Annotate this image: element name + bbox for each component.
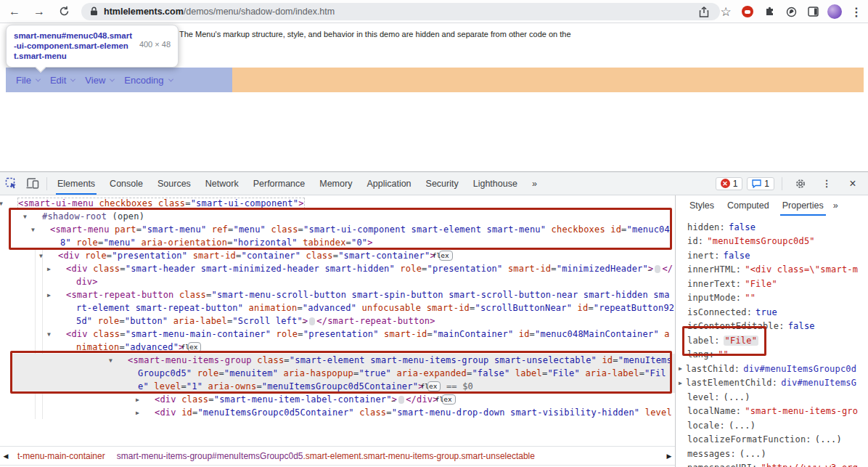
code-token: animation	[243, 303, 297, 313]
property-row[interactable]: isConnected:true	[676, 305, 868, 320]
devtools-tabbar: ElementsConsoleSourcesNetworkPerformance…	[0, 172, 868, 195]
flex-badge[interactable]: flex	[188, 342, 202, 352]
settings-gear-icon[interactable]	[790, 174, 811, 193]
property-row[interactable]: ▶lastElementChild:div#menuItemsG	[676, 376, 868, 391]
property-name: localName	[687, 406, 736, 416]
code-token: "mainContainer"	[433, 329, 513, 339]
expand-arrow-icon[interactable]: ▶	[679, 380, 686, 386]
tab-security[interactable]: Security	[419, 172, 466, 195]
forward-button[interactable]: →	[29, 1, 49, 22]
flex-badge[interactable]: flex	[442, 394, 456, 405]
property-row[interactable]: inputMode:""	[676, 291, 868, 306]
menu-item-file[interactable]: File	[16, 75, 40, 86]
side-panel-icon[interactable]	[806, 4, 820, 19]
property-row[interactable]: ▶lastChild:div#menuItemsGroupc0d	[676, 362, 868, 376]
property-row[interactable]: innerHTML:"<div class=\"smart-m	[676, 263, 868, 277]
dom-tree-node[interactable]: ▼#shadow-root (open)	[0, 210, 675, 223]
menu-item-edit[interactable]: Edit	[50, 75, 75, 86]
tooltip-selector: smart-menu#menuc048.smart-ui-component.s…	[14, 31, 133, 61]
menu-item-view[interactable]: View	[85, 75, 114, 86]
ghostery-extension-icon[interactable]	[784, 4, 798, 19]
dom-tree-node[interactable]: ▶<div class="smart-menu-item-label-conta…	[0, 393, 675, 406]
menu-item-label: Encoding	[124, 75, 163, 86]
property-row[interactable]: namespaceURI:"http://www.w3.org	[676, 461, 868, 467]
property-row[interactable]: messages:(...)	[676, 447, 868, 461]
breadcrumb-scroll-left-icon[interactable]: ◀	[0, 452, 12, 460]
adblock-extension-icon[interactable]	[740, 4, 755, 19]
tab-memory[interactable]: Memory	[312, 172, 359, 195]
sidebar-more-tabs-chevron[interactable]: »	[833, 200, 838, 211]
code-token: "smart-ui-component"	[191, 198, 299, 208]
dom-tree-node[interactable]: ▼<smart-menu-items-group class="smart-el…	[0, 354, 675, 393]
code-token: =	[181, 381, 186, 391]
code-token: class	[153, 198, 186, 208]
code-token: <smart-menu-items-group	[128, 355, 252, 365]
property-row[interactable]: level:(...)	[676, 390, 868, 405]
property-row[interactable]: innerText:"File"	[676, 277, 868, 291]
dom-tree-node[interactable]: ▶<div class="smart-header smart-minimize…	[0, 262, 675, 288]
device-toolbar-icon[interactable]	[22, 174, 44, 193]
code-token: "presentation"	[427, 264, 503, 274]
styles-sidebar: StylesComputedProperties » hidden:falsei…	[675, 195, 868, 467]
code-token: id	[176, 407, 192, 418]
dom-tree-node[interactable]: ▼<smart-ui-menu checkboxes class="smart-…	[0, 197, 675, 210]
tab-performance[interactable]: Performance	[246, 172, 313, 195]
reload-button[interactable]	[54, 1, 74, 22]
sidebar-tab-styles[interactable]: Styles	[683, 195, 721, 216]
console-message-badge[interactable]: 1	[747, 177, 774, 190]
expand-ellipsis-icon[interactable]: …	[398, 396, 404, 404]
code-token: =	[298, 224, 303, 235]
sidebar-tab-computed[interactable]: Computed	[721, 195, 776, 216]
flex-badge[interactable]: flex	[427, 381, 441, 391]
breadcrumb-scroll-right-icon[interactable]: ▶	[663, 452, 675, 460]
property-row[interactable]: isContentEditable:false	[676, 320, 868, 334]
code-token: <smart-ui-menu	[18, 198, 94, 208]
property-value: "<div class=\"smart-m	[745, 264, 858, 275]
extensions-puzzle-icon[interactable]	[762, 4, 777, 19]
code-token: tabindex	[298, 237, 346, 248]
chevron-down-icon	[70, 76, 75, 81]
sidebar-tab-list: StylesComputedProperties	[683, 195, 830, 216]
code-token: "menuItemsGroupc0d5Container"	[262, 381, 418, 391]
tab-application[interactable]: Application	[359, 172, 418, 195]
error-badge[interactable]: ✕ 1	[716, 177, 743, 190]
property-row[interactable]: localizeFormatFunction:(...)	[676, 433, 868, 447]
share-icon[interactable]	[697, 4, 711, 19]
devtools-kebab-icon[interactable]: ⋮	[816, 174, 838, 193]
property-row[interactable]: label:"File"	[676, 333, 868, 348]
menu-item-encoding[interactable]: Encoding	[124, 75, 172, 86]
breadcrumb-item[interactable]: t-menu-main-container	[12, 451, 111, 461]
dom-tree-node[interactable]: ▼<div role="presentation" smart-id="cont…	[0, 249, 675, 262]
more-tabs-chevron[interactable]: »	[525, 172, 544, 195]
property-row[interactable]: locale:(...)	[676, 418, 868, 433]
url-bar[interactable]: htmlelements.com/demos/menu/shadow-dom/i…	[81, 3, 720, 20]
bookmark-star-icon[interactable]: ☆	[718, 4, 733, 19]
property-row[interactable]: id:"menuItemsGroupc0d5"	[676, 235, 868, 249]
dom-tree-node[interactable]: ▼<smart-menu part="smart-menu" ref="menu…	[0, 223, 675, 249]
devtools-close-icon[interactable]: ×	[842, 174, 864, 193]
expand-ellipsis-icon[interactable]: …	[309, 317, 315, 325]
tab-lighthouse[interactable]: Lighthouse	[466, 172, 525, 195]
breadcrumb-item[interactable]: smart-menu-items-group#menuItemsGroupc0d…	[111, 451, 541, 461]
inspect-element-icon[interactable]	[0, 174, 22, 193]
tab-sources[interactable]: Sources	[150, 172, 198, 195]
sidebar-tab-properties[interactable]: Properties	[776, 195, 830, 216]
dom-tree-node[interactable]: ▶<smart-repeat-button class="smart-menu-…	[0, 288, 675, 328]
expand-ellipsis-icon[interactable]: …	[655, 265, 660, 273]
tab-console[interactable]: Console	[102, 172, 150, 195]
property-row[interactable]: inert:false	[676, 248, 868, 263]
dom-tree-node[interactable]: ▼<div class="smart-menu-main-container" …	[0, 328, 675, 354]
tab-network[interactable]: Network	[198, 172, 246, 195]
property-row[interactable]: lang:""	[676, 348, 868, 362]
dom-tree-node[interactable]: ▶<div id="menuItemsGroupc0d5Container" c…	[0, 406, 675, 419]
expand-arrow-icon[interactable]: ▶	[679, 365, 686, 372]
flex-badge[interactable]: flex	[439, 251, 453, 261]
property-row[interactable]: localName:"smart-menu-items-gro	[676, 405, 868, 419]
property-row[interactable]: hidden:false	[676, 220, 868, 235]
profile-avatar[interactable]	[827, 4, 842, 19]
code-token: "false"	[472, 368, 509, 378]
tab-elements[interactable]: Elements	[50, 172, 102, 195]
code-token: =	[588, 303, 593, 313]
back-button[interactable]: ←	[4, 1, 25, 22]
browser-kebab-menu-icon[interactable]: ⋮	[849, 4, 864, 19]
